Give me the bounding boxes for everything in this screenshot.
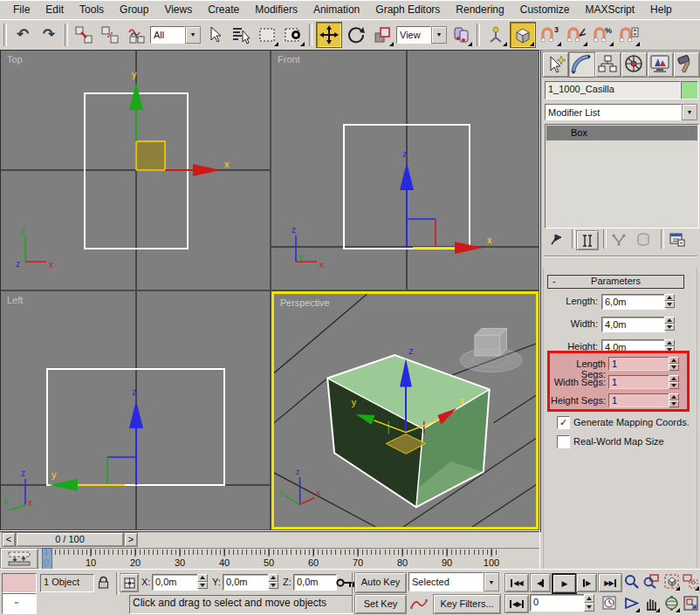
menu-item-customize[interactable]: Customize: [512, 1, 578, 18]
zoom-extents-button[interactable]: [662, 571, 681, 591]
selection-set-dropdown[interactable]: Selected ▼: [408, 572, 499, 591]
pan-view-button[interactable]: [642, 593, 661, 613]
reference-coordinate-system-dropdown[interactable]: View ▼: [396, 26, 447, 44]
menu-item-graph-editors[interactable]: Graph Editors: [367, 1, 448, 18]
front-viewport-canvas[interactable]: z x z y x Front: [271, 51, 539, 290]
menu-item-modifiers[interactable]: Modifiers: [247, 1, 305, 18]
snap-3d-button[interactable]: 3: [538, 23, 562, 47]
absolute-mode-transform-toggle[interactable]: [120, 573, 139, 592]
menu-item-maxscript[interactable]: MAXScript: [577, 1, 642, 18]
width-field[interactable]: 4,0m: [601, 317, 666, 332]
select-object-button[interactable]: [202, 23, 227, 47]
menu-item-views[interactable]: Views: [156, 1, 200, 18]
unlink-selection-button[interactable]: [98, 23, 122, 47]
current-frame-field[interactable]: 0: [530, 594, 586, 612]
viewport-front[interactable]: z x z y x Front: [271, 51, 539, 290]
zoom-extents-all-button[interactable]: [681, 571, 700, 591]
menu-item-rendering[interactable]: Rendering: [448, 1, 511, 18]
time-configuration-button[interactable]: [598, 594, 621, 612]
length-segs-field[interactable]: 1: [608, 357, 669, 371]
tab-create[interactable]: [542, 51, 569, 78]
current-frame-marker[interactable]: [42, 548, 52, 570]
select-and-link-button[interactable]: [72, 23, 96, 47]
length-segs-spinner[interactable]: [669, 357, 679, 371]
menu-item-help[interactable]: Help: [642, 1, 680, 18]
selection-lock-toggle[interactable]: [94, 573, 112, 591]
object-name-field[interactable]: 1_1000_Casilla: [545, 81, 681, 99]
timeline-ruler[interactable]: 0 10 20 30 40 50 60 70 80 90 100: [37, 548, 539, 569]
modifier-list-dropdown[interactable]: Modifier List ▼: [545, 104, 697, 120]
real-world-map-size-checkbox[interactable]: [557, 435, 570, 448]
time-slider-next-button[interactable]: >: [124, 532, 138, 547]
field-of-view-button[interactable]: [621, 593, 641, 613]
width-segs-field[interactable]: 1: [608, 375, 669, 389]
viewport-left[interactable]: z y z y x Left: [1, 291, 270, 530]
stack-item-box[interactable]: Box: [546, 126, 697, 140]
go-to-end-button[interactable]: ▶▶: [598, 573, 622, 592]
select-and-move-button[interactable]: [316, 22, 342, 48]
menu-item-group[interactable]: Group: [112, 1, 156, 18]
make-unique-button[interactable]: [608, 230, 629, 249]
y-coordinate-field[interactable]: 0,0m: [223, 574, 270, 591]
window-crossing-toggle-button[interactable]: [281, 23, 305, 47]
tab-motion[interactable]: [621, 51, 648, 78]
tab-display[interactable]: [647, 51, 674, 78]
time-slider-handle[interactable]: 0 / 100: [16, 532, 124, 547]
z-coordinate-field[interactable]: 0,0m: [293, 574, 337, 591]
redo-button[interactable]: ↷: [37, 23, 61, 47]
snaps-toggle-button[interactable]: [510, 22, 536, 48]
tab-utilities[interactable]: [673, 51, 700, 78]
key-filters-button[interactable]: Key Filters...: [433, 594, 501, 614]
height-segs-spinner[interactable]: [669, 393, 679, 407]
next-frame-button[interactable]: ▶: [576, 573, 597, 592]
maxscript-listener-macro-pane[interactable]: [2, 573, 37, 593]
play-button[interactable]: ▶: [552, 573, 577, 594]
maxscript-listener-input-pane[interactable]: [2, 593, 37, 614]
generate-mapping-coords-checkbox[interactable]: ✓: [557, 416, 570, 429]
previous-frame-button[interactable]: ◀: [530, 573, 551, 592]
bind-to-space-warp-button[interactable]: [124, 23, 148, 47]
select-and-rotate-button[interactable]: [344, 23, 368, 47]
select-by-name-button[interactable]: [229, 23, 253, 47]
menu-item-tools[interactable]: Tools: [72, 1, 112, 18]
new-key-default-in-out-tangents-button[interactable]: [408, 594, 429, 612]
length-field[interactable]: 6,0m: [601, 294, 666, 310]
selection-filter-dropdown[interactable]: All ▼: [150, 26, 201, 44]
open-mini-curve-editor-button[interactable]: [0, 548, 38, 570]
viewport-top[interactable]: y x y z x Top: [1, 51, 270, 290]
select-and-manipulate-button[interactable]: [484, 23, 508, 47]
zoom-all-button[interactable]: [642, 571, 661, 591]
height-segs-field[interactable]: 1: [608, 393, 669, 407]
set-key-button[interactable]: Set Key: [354, 594, 407, 614]
top-viewport-canvas[interactable]: y x y z x Top: [1, 51, 270, 290]
maximize-viewport-toggle[interactable]: [681, 593, 700, 613]
select-and-scale-button[interactable]: [370, 23, 395, 47]
tab-hierarchy[interactable]: [594, 51, 621, 78]
x-coordinate-field[interactable]: 0,0m: [152, 574, 199, 591]
menu-item-animation[interactable]: Animation: [305, 1, 367, 18]
length-spinner[interactable]: [664, 294, 675, 308]
viewport-perspective[interactable]: y z x z y x Perspective: [271, 291, 539, 530]
menu-item-file[interactable]: File: [5, 1, 38, 18]
configure-modifier-sets-button[interactable]: [666, 230, 689, 249]
parameters-rollout-header[interactable]: - Parameters: [547, 275, 684, 289]
key-mode-toggle[interactable]: ◀▶: [504, 594, 529, 613]
width-spinner[interactable]: [664, 317, 675, 331]
left-viewport-canvas[interactable]: z y z y x Left: [1, 291, 270, 530]
use-pivot-point-center-button[interactable]: [449, 23, 473, 47]
perspective-viewport-canvas[interactable]: y z x z y x Perspective: [274, 294, 536, 527]
frame-spinner[interactable]: [584, 594, 594, 612]
remove-modifier-button[interactable]: [633, 230, 654, 249]
time-slider-prev-button[interactable]: <: [2, 532, 16, 547]
x-coordinate-spinner[interactable]: [197, 574, 208, 589]
y-coordinate-spinner[interactable]: [268, 574, 278, 589]
percent-snap-toggle-button[interactable]: %: [590, 23, 614, 47]
width-segs-spinner[interactable]: [669, 375, 679, 389]
auto-key-button[interactable]: Auto Key: [354, 572, 407, 593]
object-color-swatch[interactable]: [681, 81, 698, 99]
menu-item-create[interactable]: Create: [200, 1, 247, 18]
zoom-button[interactable]: [621, 571, 641, 591]
pin-stack-button[interactable]: [546, 230, 567, 249]
tab-modify[interactable]: [568, 51, 595, 78]
show-end-result-button[interactable]: [576, 230, 599, 250]
